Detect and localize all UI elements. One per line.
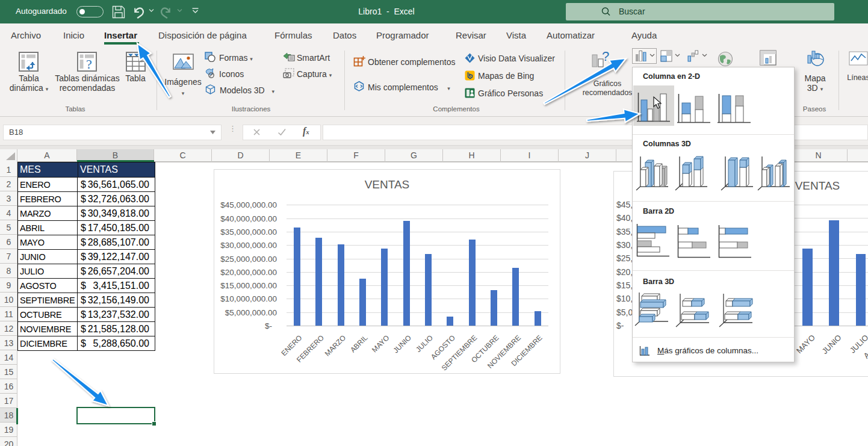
svg-text:?: ? bbox=[86, 57, 92, 72]
svg-text:?: ? bbox=[602, 51, 609, 64]
